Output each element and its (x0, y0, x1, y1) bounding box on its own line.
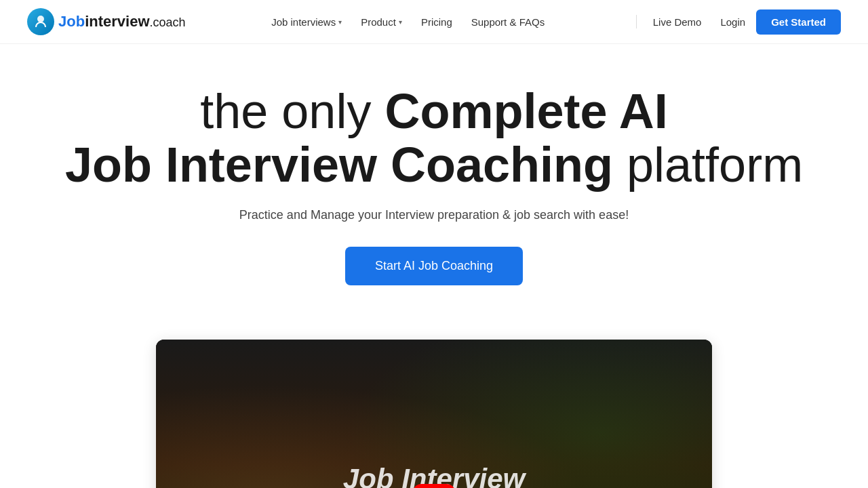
hero-subtitle: Practice and Manage your Interview prepa… (27, 208, 841, 222)
nav-divider (636, 15, 637, 28)
nav-support[interactable]: Support & FAQs (463, 11, 553, 33)
logo-link[interactable]: Jobinterview.coach (27, 8, 186, 35)
nav-product[interactable]: Product ▾ (353, 11, 410, 33)
get-started-button[interactable]: Get Started (756, 9, 841, 35)
nav-links: Job interviews ▾ Product ▾ Pricing Suppo… (263, 11, 553, 33)
video-overlay-text: Job Interview Coaching (156, 340, 712, 488)
nav-live-demo[interactable]: Live Demo (645, 11, 710, 33)
navbar: Jobinterview.coach Job interviews ▾ Prod… (0, 0, 868, 44)
start-coaching-button[interactable]: Start AI Job Coaching (345, 247, 523, 285)
nav-pricing[interactable]: Pricing (413, 11, 460, 33)
logo-text: Jobinterview.coach (58, 13, 186, 30)
video-body: Intern-interview-short-53 Job Interview … (156, 340, 712, 488)
chevron-down-icon: ▾ (399, 18, 402, 26)
nav-login[interactable]: Login (712, 11, 753, 33)
nav-right: Live Demo Login Get Started (631, 9, 841, 35)
logo-icon (27, 8, 54, 35)
hero-section: the only Complete AI Job Interview Coach… (0, 44, 868, 312)
chevron-down-icon: ▾ (338, 18, 342, 26)
svg-point-0 (37, 16, 44, 22)
play-button[interactable] (412, 484, 456, 488)
video-container: Introducing Job Interview Coach ↗ Share … (156, 340, 712, 488)
hero-title: the only Complete AI Job Interview Coach… (27, 85, 841, 192)
nav-job-interviews[interactable]: Job interviews ▾ (263, 11, 350, 33)
